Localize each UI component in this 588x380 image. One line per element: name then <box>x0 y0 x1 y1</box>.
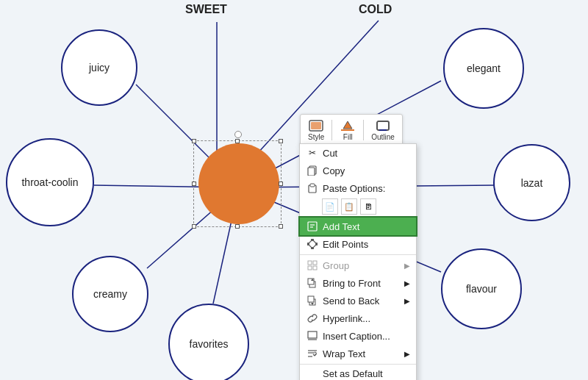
context-menu: ✂ Cut Copy Paste Options: 📄 📋 🖹 <box>299 143 417 380</box>
fill-button[interactable]: Fill <box>337 118 359 143</box>
svg-rect-27 <box>313 261 317 265</box>
cold-label: COLD <box>359 3 392 16</box>
style-button[interactable]: Style <box>305 118 327 143</box>
mini-toolbar: Style Fill Outline <box>300 114 403 146</box>
menu-cut[interactable]: ✂ Cut <box>300 144 416 162</box>
group-arrow: ▶ <box>404 262 410 270</box>
paste-icon-3[interactable]: 🖹 <box>360 198 376 215</box>
cut-icon: ✂ <box>306 146 319 159</box>
insert-caption-icon <box>306 329 319 343</box>
menu-hyperlink[interactable]: Hyperlink... <box>300 309 416 327</box>
svg-rect-28 <box>308 266 312 270</box>
svg-rect-34 <box>308 331 317 338</box>
paste-icon-1[interactable]: 📄 <box>322 198 338 215</box>
svg-rect-10 <box>311 122 321 129</box>
add-text-icon <box>306 220 319 233</box>
svg-rect-33 <box>308 296 314 302</box>
menu-insert-caption[interactable]: Insert Caption... <box>300 327 416 345</box>
menu-bring-to-front[interactable]: Bring to Front ▶ <box>300 274 416 292</box>
menu-add-text[interactable]: Add Text <box>300 218 416 235</box>
menu-copy[interactable]: Copy <box>300 162 416 179</box>
copy-icon <box>306 164 319 177</box>
bring-to-front-icon <box>306 276 319 290</box>
svg-rect-17 <box>310 184 315 187</box>
handle-tr[interactable] <box>279 139 283 143</box>
handle-tl[interactable] <box>192 139 196 143</box>
paste-icon <box>306 182 319 195</box>
send-to-back-icon <box>306 294 319 307</box>
send-to-back-arrow: ▶ <box>404 297 410 305</box>
node-flavour: flavour <box>441 248 522 329</box>
paste-icons-row: 📄 📋 🖹 <box>300 197 416 218</box>
wrap-text-arrow: ▶ <box>404 350 410 358</box>
svg-rect-29 <box>313 266 317 270</box>
sweet-label: SWEET <box>185 3 227 16</box>
style-icon <box>308 119 324 132</box>
handle-tm[interactable] <box>235 139 240 143</box>
svg-rect-11 <box>341 129 354 131</box>
set-default-icon <box>306 373 319 380</box>
hyperlink-icon <box>306 312 319 325</box>
handle-bm[interactable] <box>235 224 240 229</box>
rotate-handle[interactable] <box>234 131 242 138</box>
node-juicy: juicy <box>61 29 137 106</box>
node-lazat: lazat <box>493 144 570 221</box>
selection-box <box>193 140 282 227</box>
handle-bl[interactable] <box>192 224 196 229</box>
node-throat-coolin: throat-coolin <box>6 138 94 226</box>
paste-icon-2[interactable]: 📋 <box>341 198 357 215</box>
toolbar-divider-1 <box>331 120 332 140</box>
menu-group[interactable]: Group ▶ <box>300 257 416 274</box>
node-creamy: creamy <box>72 256 148 332</box>
node-favorites: favorites <box>168 304 249 380</box>
outline-icon <box>375 119 391 132</box>
handle-br[interactable] <box>279 224 283 229</box>
bring-to-front-arrow: ▶ <box>404 279 410 287</box>
mindmap-canvas: SWEET COLD juicy elegant throat-coolin l… <box>0 0 588 380</box>
menu-paste-options[interactable]: Paste Options: <box>300 179 416 197</box>
svg-rect-12 <box>377 121 389 130</box>
svg-rect-26 <box>308 261 312 265</box>
menu-sep-1 <box>300 254 416 255</box>
menu-edit-points[interactable]: Edit Points <box>300 235 416 253</box>
handle-ml[interactable] <box>192 182 196 186</box>
toolbar-divider-2 <box>363 120 364 140</box>
edit-points-icon <box>306 237 319 251</box>
wrap-text-icon <box>306 347 319 360</box>
handle-mr[interactable] <box>279 182 283 186</box>
svg-rect-18 <box>308 222 317 231</box>
group-icon <box>306 259 319 272</box>
menu-send-to-back[interactable]: Send to Back ▶ <box>300 292 416 309</box>
node-elegant: elegant <box>443 28 524 109</box>
menu-set-default[interactable]: Set as Default Shape <box>300 366 416 380</box>
menu-wrap-text[interactable]: Wrap Text ▶ <box>300 345 416 362</box>
svg-rect-15 <box>308 168 315 176</box>
fill-icon <box>340 119 356 132</box>
outline-button[interactable]: Outline <box>368 118 398 143</box>
menu-sep-2 <box>300 364 416 365</box>
